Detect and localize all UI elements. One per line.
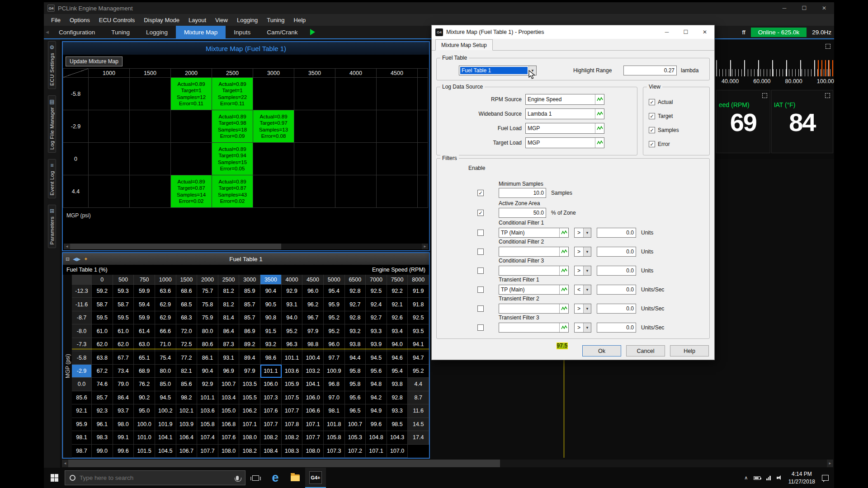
fuel-table-cell[interactable]: 95.8 [345, 365, 366, 378]
fuel-table-cell[interactable]: 96.1 [92, 418, 113, 431]
fuel-table-cell[interactable]: 107.3 [260, 391, 282, 404]
start-button[interactable] [44, 468, 65, 488]
transient-filter-1-source-combo[interactable]: TP (Main) [499, 285, 569, 295]
fuel-table-cell[interactable]: 97.9 [239, 365, 260, 378]
fuel-table-cell[interactable]: 98.5 [387, 418, 408, 431]
mixture-map-cell[interactable] [377, 110, 418, 143]
mixture-map-cell[interactable] [335, 110, 377, 143]
mixture-map-cell[interactable] [294, 175, 335, 208]
fuel-table-cell[interactable]: 98.3 [92, 431, 113, 444]
fuel-table-cell[interactable]: 94.7 [408, 351, 429, 364]
fuel-table-col-header[interactable]: 4500 [302, 275, 324, 285]
fuel-table-cell[interactable]: 105.3 [345, 431, 366, 444]
scroll-left-icon[interactable] [64, 244, 70, 249]
fuel-table-cell[interactable]: 85.7 [92, 391, 113, 404]
menu-item-ecu-controls[interactable]: ECU Controls [94, 14, 139, 26]
scroll-right-icon[interactable] [422, 244, 428, 249]
transient-filter-2-operator-combo[interactable]: > [574, 304, 591, 314]
fuel-table-cell[interactable]: 108.2 [260, 431, 282, 444]
mixture-map-cell[interactable] [335, 78, 377, 110]
cancel-button[interactable]: Cancel [626, 345, 665, 357]
mixture-map-cell[interactable] [130, 175, 171, 208]
menu-item-help[interactable]: Help [289, 14, 311, 26]
fuel-table-cell[interactable]: 86.4 [218, 324, 240, 338]
fuel-table-cell[interactable]: 103.5 [239, 378, 260, 391]
fuel-table-cell[interactable]: 85.0 [155, 378, 176, 391]
fuel-table-cell[interactable]: 94.6 [387, 351, 408, 364]
checkbox-actual[interactable] [649, 99, 655, 105]
fuel-table-cell[interactable]: 92.1 [387, 298, 408, 311]
fuel-table-cell[interactable]: 62.9 [155, 311, 176, 324]
expand-icon[interactable] [826, 44, 830, 49]
fuel-table-cell[interactable]: 90.8 [260, 311, 282, 324]
mixture-map-scrollbar[interactable] [64, 244, 428, 249]
fuel-table-col-header[interactable]: 3500 [260, 275, 282, 285]
fuel-table-row-header[interactable]: 4.4 [408, 378, 429, 391]
conditional-filter-3-operator-combo[interactable]: > [574, 266, 591, 276]
checkbox-conditional-filter-1[interactable] [477, 230, 484, 236]
fuel-table-cell[interactable]: 95.2 [282, 324, 303, 338]
fuel-table-cell[interactable]: 61.0 [92, 324, 113, 338]
fuel-table-cell[interactable]: 105.9 [282, 378, 303, 391]
battery-icon[interactable] [754, 476, 760, 480]
tab-inputs[interactable]: Inputs [226, 26, 259, 38]
fuel-table-cell[interactable]: 82.1 [176, 365, 198, 378]
tab-mixture-map[interactable]: Mixture Map [176, 26, 226, 38]
fuel-table-cell[interactable]: 100.9 [324, 365, 345, 378]
fuel-table-cell[interactable]: 75.4 [155, 351, 176, 364]
fuel-table-cell[interactable]: 104.1 [155, 431, 176, 444]
chevron-up-icon[interactable]: ∧ [744, 475, 748, 481]
fuel-table-cell[interactable]: 63.6 [155, 285, 176, 298]
scroll-right-icon[interactable] [827, 460, 833, 467]
fuel-table-cell[interactable]: 101.0 [134, 431, 155, 444]
fuel-table-cell[interactable]: 96.9 [218, 365, 240, 378]
menu-item-view[interactable]: View [211, 14, 232, 26]
fuel-table-row-header[interactable]: 11.6 [408, 404, 429, 418]
highlight-range-input[interactable]: 0.27 [623, 66, 677, 75]
conditional-filter-1-value-input[interactable]: 0.0 [597, 228, 636, 238]
fuel-table-cell[interactable]: 98.2 [176, 391, 198, 404]
fuel-table-cell[interactable]: 100.4 [302, 351, 324, 364]
fuel-table-cell[interactable]: 101.9 [155, 418, 176, 431]
fuel-table-cell[interactable]: 97.5 [557, 343, 568, 349]
fuel-table-cell[interactable]: 103.2 [302, 365, 324, 378]
transient-filter-2-value-input[interactable]: 0.0 [597, 304, 636, 314]
fuel-table-cell[interactable]: 65.1 [134, 351, 155, 364]
fuel-table-cell[interactable]: 106.0 [260, 378, 282, 391]
taskbar-clock[interactable]: 4:14 PM 11/27/2018 [788, 470, 815, 485]
mixture-map-cell[interactable] [253, 175, 294, 208]
tab-logging[interactable]: Logging [138, 26, 176, 38]
tab-mixture-map-setup[interactable]: Mixture Map Setup [435, 39, 493, 51]
fuel-table-cell[interactable]: 93.1 [282, 298, 303, 311]
fuel-table-cell[interactable]: 94.0 [282, 311, 303, 324]
mixture-map-cell[interactable]: Actual=0.89Target=0.87Samples=43Error=0.… [212, 175, 253, 208]
menu-item-display-mode[interactable]: Display Mode [139, 14, 184, 26]
fuel-table-cell[interactable]: 97.0 [324, 391, 345, 404]
sidebar-item-ecu-settings[interactable]: ⚙ECU Settings [48, 41, 56, 89]
fuel-table-col-header[interactable]: 6500 [345, 275, 366, 285]
fuel-table-cell[interactable]: 68.6 [176, 285, 198, 298]
mixture-map-cell[interactable]: Actual=0.89Target=0.94Samples=15Error=0.… [212, 143, 253, 175]
mixture-map-cell[interactable]: Actual=0.89Target=0.97Samples=13Error=0.… [253, 110, 294, 143]
fuel-table-cell[interactable]: 74.6 [92, 378, 113, 391]
fuel-table-cell[interactable]: 67.7 [113, 351, 134, 364]
fuel-table-cell[interactable]: 96.0 [302, 285, 324, 298]
mixture-map-cell[interactable] [89, 143, 130, 175]
dialog-maximize-button[interactable]: ☐ [676, 25, 695, 39]
fuel-table-cell[interactable]: 104.3 [387, 431, 408, 444]
fuel-table-cell[interactable]: 96.5 [345, 404, 366, 418]
fuel-table-cell[interactable]: 108.0 [239, 431, 260, 444]
mixture-map-cell[interactable] [253, 78, 294, 110]
mixture-map-cell[interactable] [294, 143, 335, 175]
fuel-table-cell[interactable]: 94.2 [366, 391, 387, 404]
fuel-table-cell[interactable]: 96.2 [302, 298, 324, 311]
table-arrows-icon[interactable]: ◀▶ [73, 256, 80, 262]
scrollbar-thumb[interactable] [70, 244, 281, 249]
fuel-table-cell[interactable]: 107.5 [282, 391, 303, 404]
fuel-table-cell[interactable]: 92.7 [366, 311, 387, 324]
fuel-table-col-header[interactable]: 1500 [176, 275, 198, 285]
fuel-table-cell[interactable]: 98.1 [72, 431, 92, 444]
fuel-table-cell[interactable]: 92.8 [345, 311, 366, 324]
mixture-map-cell[interactable]: Actual=0.89Target=0.98Samples=18Error=0.… [212, 110, 253, 143]
fuel-table-cell[interactable]: 93.3 [366, 324, 387, 338]
